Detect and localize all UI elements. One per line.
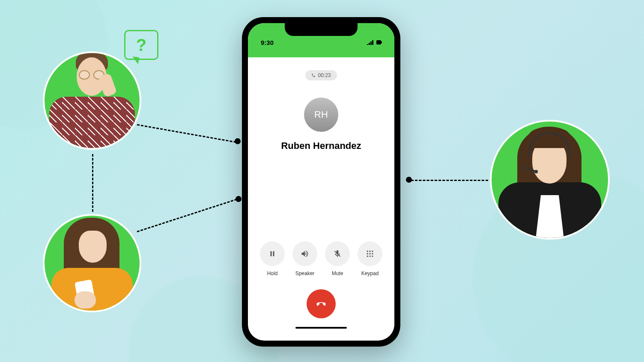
keypad-button[interactable] <box>358 241 382 266</box>
svg-point-12 <box>369 255 370 257</box>
phone-notch <box>285 23 358 36</box>
hangup-button[interactable] <box>307 289 336 318</box>
svg-point-8 <box>367 253 368 254</box>
phone-mockup: 9:30 00:23 RH Ruben Hernandez Hold <box>242 17 400 347</box>
svg-rect-3 <box>273 251 274 256</box>
connector-line-1 <box>137 124 236 143</box>
keypad-icon <box>366 249 374 258</box>
mute-label: Mute <box>332 270 343 276</box>
question-mark: ? <box>136 36 146 55</box>
call-timer-pill: 00:23 <box>305 70 337 80</box>
speaker-button[interactable] <box>292 241 317 266</box>
svg-point-7 <box>372 251 373 252</box>
mute-button[interactable] <box>325 241 350 266</box>
caller-name: Ruben Hernandez <box>281 140 361 151</box>
caller-avatar: RH <box>304 98 338 132</box>
caller-person-1 <box>43 51 141 150</box>
svg-point-5 <box>367 251 368 252</box>
hangup-icon <box>315 297 328 310</box>
avatar-initials: RH <box>314 109 328 120</box>
call-actions-row: Hold Speaker Mute <box>260 241 382 276</box>
svg-point-11 <box>367 255 368 257</box>
connector-dot-2 <box>236 196 242 202</box>
hold-button[interactable] <box>260 241 285 266</box>
connector-line-vertical <box>92 154 93 212</box>
pause-icon <box>268 250 276 258</box>
connector-line-2 <box>137 199 237 232</box>
svg-rect-1 <box>381 42 382 43</box>
connector-dot-3 <box>406 177 412 183</box>
call-duration: 00:23 <box>318 72 331 78</box>
signal-icon <box>367 40 374 45</box>
svg-point-9 <box>369 253 370 254</box>
hold-label: Hold <box>267 270 278 276</box>
svg-point-10 <box>372 253 373 254</box>
svg-point-13 <box>372 255 373 257</box>
connector-dot-1 <box>235 138 241 144</box>
connector-line-3 <box>411 180 488 181</box>
question-bubble-icon: ? <box>124 30 158 60</box>
battery-icon <box>376 40 382 45</box>
status-time: 9:30 <box>261 39 274 46</box>
svg-point-6 <box>369 251 370 252</box>
caller-person-2 <box>43 214 141 312</box>
mute-icon <box>333 249 342 258</box>
svg-rect-2 <box>271 251 272 256</box>
phone-icon <box>311 73 316 77</box>
svg-rect-0 <box>376 40 381 45</box>
home-indicator <box>295 327 347 329</box>
keypad-label: Keypad <box>361 270 379 276</box>
status-icons <box>367 40 382 45</box>
speaker-label: Speaker <box>295 270 315 276</box>
agent-person <box>490 120 610 240</box>
speaker-icon <box>301 249 309 258</box>
